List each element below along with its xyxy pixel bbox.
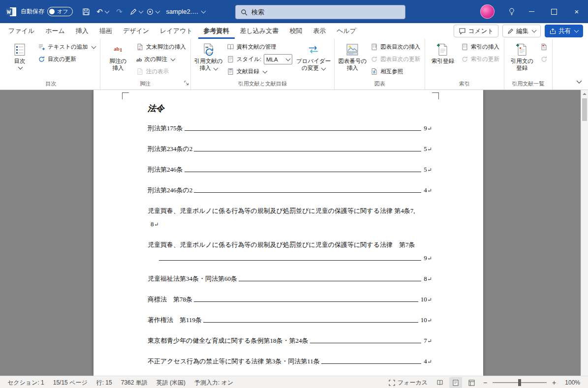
focus-mode-button[interactable]: フォーカス bbox=[386, 379, 431, 387]
toggle-knob-icon bbox=[49, 9, 55, 14]
document-page[interactable]: 法令 刑法第175条9↵刑法第234条の25↵刑法第246条5↵刑法第246条の… bbox=[93, 90, 483, 376]
chevron-down-icon bbox=[201, 8, 206, 13]
chevron-down-icon bbox=[91, 44, 96, 49]
tab-layout[interactable]: レイアウト bbox=[155, 23, 198, 39]
page-number: 9 bbox=[424, 124, 427, 132]
toa-row: 8↵ bbox=[148, 220, 432, 229]
status-language[interactable]: 英語 (米国) bbox=[152, 379, 190, 387]
word-app-icon[interactable] bbox=[4, 4, 19, 19]
bibliography-button[interactable]: 文献目録 bbox=[224, 65, 295, 78]
style-select[interactable]: MLA bbox=[264, 54, 292, 64]
update-index-button: 索引の更新 bbox=[459, 53, 502, 65]
citation-style-combo[interactable]: スタイル: MLA bbox=[224, 53, 295, 65]
manage-sources-button[interactable]: 資料文献の管理 bbox=[224, 41, 295, 53]
print-layout-button[interactable] bbox=[449, 377, 462, 388]
paragraph-mark: ↵ bbox=[428, 316, 432, 325]
mark-citation-button[interactable]: 引用文の 登録 bbox=[506, 40, 538, 71]
scrollbar-thumb[interactable] bbox=[582, 98, 587, 121]
tab-draw[interactable]: 描画 bbox=[94, 23, 118, 39]
comments-button[interactable]: コメント bbox=[454, 25, 498, 37]
save-button[interactable] bbox=[78, 4, 94, 19]
zoom-percent[interactable]: 100% bbox=[561, 379, 583, 386]
collapse-ribbon-button[interactable] bbox=[576, 77, 582, 86]
autosave-toggle[interactable]: 自動保存 オフ bbox=[21, 7, 73, 16]
titlebar-right: × bbox=[480, 0, 588, 23]
paragraph-mark: ↵ bbox=[428, 186, 432, 195]
tab-insert[interactable]: 挿入 bbox=[70, 23, 94, 39]
insert-caption-button[interactable]: 図表番号の 挿入 bbox=[337, 40, 368, 71]
status-section[interactable]: セクション: 1 bbox=[3, 379, 49, 387]
tab-design[interactable]: デザイン bbox=[118, 23, 155, 39]
provider-arrows-icon bbox=[308, 42, 319, 58]
insert-table-of-figures-button[interactable]: 図表目次の挿入 bbox=[368, 41, 423, 53]
group-label-footnotes: 脚注 bbox=[102, 80, 188, 90]
zoom-slider[interactable] bbox=[493, 379, 547, 387]
insert-table-of-authorities-button[interactable] bbox=[538, 41, 550, 53]
help-lightbulb-button[interactable] bbox=[503, 0, 520, 23]
insert-citation-icon bbox=[202, 42, 216, 58]
page-number: 10 bbox=[421, 316, 427, 324]
endnote-icon bbox=[136, 43, 144, 51]
cross-reference-button[interactable]: 相互参照 bbox=[368, 65, 423, 78]
status-bar: セクション: 1 15/15 ページ 行: 15 7362 単語 英語 (米国)… bbox=[0, 376, 588, 388]
chevron-down-icon bbox=[18, 65, 23, 70]
tab-review[interactable]: 校閲 bbox=[284, 23, 308, 39]
tab-references[interactable]: 参考資料 bbox=[198, 23, 235, 39]
pen-tools-button[interactable] bbox=[128, 4, 145, 19]
autosave-pill: オフ bbox=[47, 7, 73, 16]
update-toc-button[interactable]: 目次の更新 bbox=[35, 53, 98, 65]
status-line-number[interactable]: 行: 15 bbox=[92, 379, 117, 387]
dialog-launcher-icon bbox=[184, 81, 189, 86]
zoom-in-button[interactable]: + bbox=[550, 379, 558, 387]
toa-row: 刑法第246条の24↵ bbox=[148, 186, 432, 195]
scroll-up-arrow[interactable] bbox=[581, 90, 588, 97]
comment-icon bbox=[459, 28, 466, 34]
search-box[interactable]: 検索 bbox=[235, 5, 405, 19]
tab-help[interactable]: ヘルプ bbox=[331, 23, 362, 39]
read-mode-button[interactable] bbox=[433, 377, 446, 388]
pen-icon bbox=[130, 8, 137, 15]
insert-index-button[interactable]: 索引の挿入 bbox=[459, 41, 502, 53]
web-layout-button[interactable] bbox=[465, 377, 478, 388]
dotted-leader bbox=[310, 343, 422, 343]
paragraph-mark: ↵ bbox=[428, 124, 432, 133]
update-table-of-authorities-button bbox=[538, 53, 550, 65]
share-button[interactable]: 共有 bbox=[545, 25, 583, 37]
chevron-down-icon bbox=[321, 66, 326, 71]
touch-mode-button[interactable] bbox=[145, 4, 161, 19]
tab-home[interactable]: ホーム bbox=[40, 23, 70, 39]
status-page-count[interactable]: 15/15 ページ bbox=[49, 379, 92, 387]
style-icon bbox=[227, 56, 234, 63]
zoom-thumb[interactable] bbox=[518, 379, 521, 386]
change-provider-button[interactable]: プロバイダー の変更 bbox=[295, 40, 332, 71]
add-text-button[interactable]: テキストの追加 bbox=[35, 41, 98, 53]
close-button[interactable]: × bbox=[565, 0, 588, 23]
editing-mode-button[interactable]: 編集 bbox=[502, 25, 541, 37]
maximize-button[interactable] bbox=[543, 0, 565, 23]
undo-button[interactable]: ↶ bbox=[94, 4, 111, 19]
tab-mailings[interactable]: 差し込み文書 bbox=[235, 23, 284, 39]
tab-file[interactable]: ファイル bbox=[3, 23, 40, 39]
insert-endnote-button[interactable]: 文末脚注の挿入 bbox=[134, 41, 188, 53]
document-title[interactable]: sample2.… bbox=[166, 8, 206, 15]
zoom-out-button[interactable]: − bbox=[481, 379, 490, 387]
search-icon bbox=[241, 9, 248, 16]
insert-citation-button[interactable]: 引用文献の 挿入 bbox=[193, 40, 224, 71]
focus-icon bbox=[389, 380, 395, 386]
page-number: 4 bbox=[424, 186, 427, 194]
chevron-down-icon bbox=[574, 28, 579, 33]
table-of-contents-button[interactable]: 目次 bbox=[4, 40, 35, 69]
vertical-scrollbar[interactable] bbox=[581, 90, 588, 376]
minimize-button[interactable] bbox=[520, 0, 543, 23]
page-number: 5 bbox=[424, 165, 427, 174]
chevron-down-icon bbox=[155, 8, 160, 13]
ribbon-references: 目次 テキストの追加 目次の更新 bbox=[0, 39, 588, 90]
footnotes-dialog-launcher[interactable] bbox=[184, 79, 189, 88]
status-text-prediction[interactable]: 予測入力: オン bbox=[190, 379, 238, 387]
tab-view[interactable]: 表示 bbox=[308, 23, 331, 39]
user-avatar[interactable] bbox=[480, 4, 495, 19]
next-footnote-button[interactable]: ab 次の脚注 bbox=[134, 53, 188, 65]
insert-footnote-button[interactable]: ab1 脚注の 挿入 bbox=[102, 40, 134, 71]
mark-index-entry-button[interactable]: 索引登録 bbox=[427, 40, 459, 64]
status-word-count[interactable]: 7362 単語 bbox=[117, 379, 152, 387]
